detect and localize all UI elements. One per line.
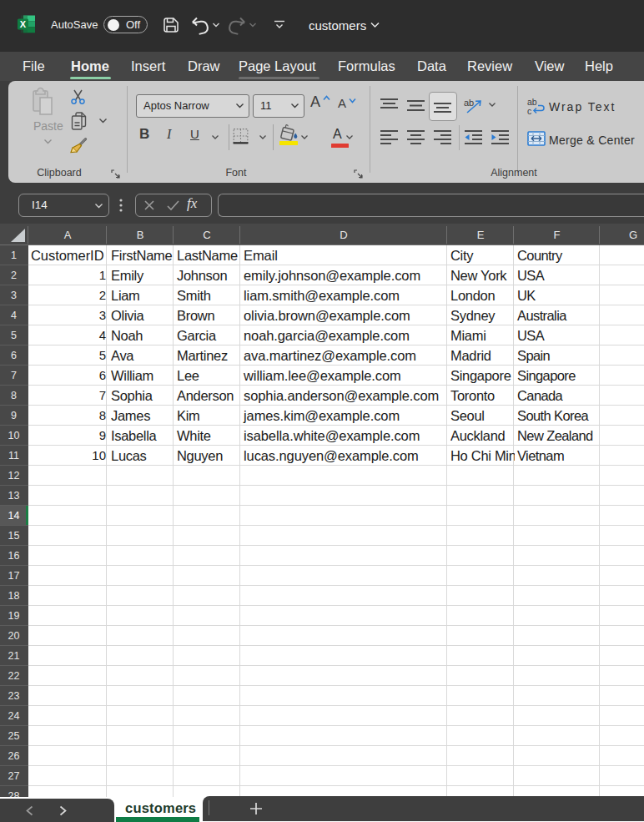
svg-text:c: c	[527, 106, 531, 116]
svg-text:X: X	[20, 19, 27, 29]
svg-text:ab: ab	[464, 98, 474, 108]
